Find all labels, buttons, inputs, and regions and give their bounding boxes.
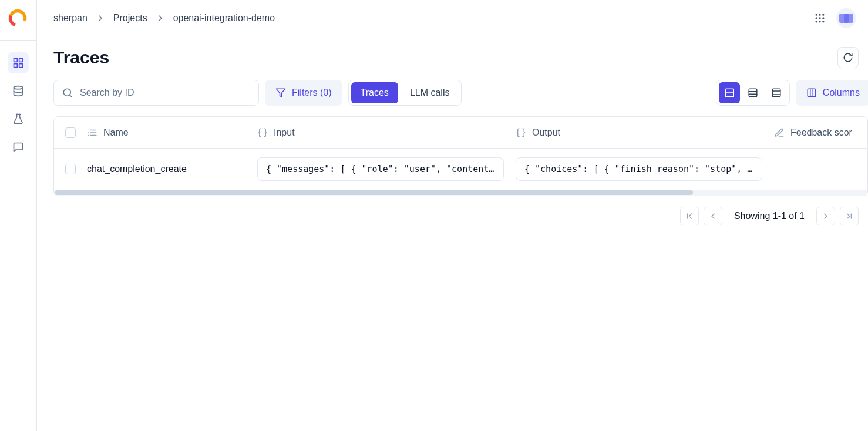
app-logo[interactable] bbox=[9, 9, 28, 28]
refresh-button[interactable] bbox=[837, 47, 859, 68]
list-icon bbox=[87, 127, 97, 138]
toolbar: Filters (0) Traces LLM calls bbox=[53, 80, 868, 106]
col-name: Name bbox=[103, 127, 129, 138]
columns-icon bbox=[806, 87, 817, 98]
flask-icon bbox=[12, 113, 24, 125]
search-box[interactable] bbox=[53, 80, 259, 106]
pagination: Showing 1-1 of 1 bbox=[53, 207, 868, 225]
pencil-icon bbox=[774, 127, 785, 138]
apps-menu-button[interactable] bbox=[813, 11, 827, 25]
chevron-right-icon bbox=[156, 14, 165, 23]
density-group bbox=[716, 80, 790, 106]
chevron-right-icon bbox=[96, 14, 105, 23]
row-input-value[interactable]: { "messages": [ { "role": "user", "conte… bbox=[257, 157, 504, 181]
svg-rect-0 bbox=[14, 59, 18, 62]
chevron-last-icon bbox=[845, 211, 854, 221]
message-icon bbox=[12, 142, 24, 153]
rail-separator bbox=[0, 40, 36, 41]
row-name: chat_completion_create bbox=[87, 164, 187, 174]
svg-point-7 bbox=[819, 14, 820, 15]
chevron-right-icon bbox=[821, 211, 830, 221]
rows-medium-icon bbox=[748, 87, 758, 98]
braces-icon bbox=[257, 127, 268, 138]
page-title: Traces bbox=[53, 48, 109, 68]
select-all-checkbox[interactable] bbox=[65, 127, 76, 138]
page-first-button[interactable] bbox=[680, 207, 699, 225]
density-large[interactable] bbox=[719, 82, 740, 103]
svg-rect-2 bbox=[14, 64, 18, 68]
columns-label: Columns bbox=[823, 87, 860, 98]
svg-rect-26 bbox=[808, 89, 816, 97]
view-segment: Traces LLM calls bbox=[348, 80, 462, 106]
nav-feedback[interactable] bbox=[8, 137, 29, 158]
nav-datasets[interactable] bbox=[8, 80, 29, 102]
rows-small-icon bbox=[771, 87, 782, 98]
segment-traces[interactable]: Traces bbox=[351, 82, 398, 103]
row-output-value[interactable]: { "choices": [ { "finish_reason": "stop"… bbox=[516, 157, 762, 181]
side-rail bbox=[0, 0, 37, 431]
chevron-left-icon bbox=[708, 211, 718, 221]
svg-rect-3 bbox=[19, 64, 23, 68]
svg-point-4 bbox=[14, 86, 23, 89]
breadcrumb-org[interactable]: sherpan bbox=[53, 13, 88, 23]
breadcrumb: sherpan Projects openai-integration-demo bbox=[53, 13, 275, 23]
svg-point-12 bbox=[816, 21, 817, 22]
chevron-first-icon bbox=[685, 211, 694, 221]
top-header: sherpan Projects openai-integration-demo bbox=[37, 0, 868, 36]
svg-rect-20 bbox=[749, 89, 757, 97]
density-small[interactable] bbox=[766, 82, 787, 103]
rows-large-icon bbox=[724, 87, 735, 98]
database-icon bbox=[12, 85, 24, 97]
col-feedback: Feedback scor bbox=[790, 127, 852, 138]
table-header-row: Name Input Output Feedback scor bbox=[54, 117, 867, 149]
table-row[interactable]: chat_completion_create { "messages": [ {… bbox=[54, 149, 867, 190]
scroll-thumb[interactable] bbox=[55, 190, 693, 195]
svg-point-8 bbox=[822, 14, 824, 15]
row-checkbox[interactable] bbox=[65, 164, 76, 174]
breadcrumb-project[interactable]: openai-integration-demo bbox=[173, 13, 275, 23]
svg-point-9 bbox=[816, 17, 817, 19]
svg-rect-23 bbox=[772, 89, 780, 97]
svg-point-6 bbox=[816, 14, 817, 15]
filter-icon bbox=[275, 87, 286, 98]
nav-experiments[interactable] bbox=[8, 109, 29, 130]
horizontal-scrollbar[interactable] bbox=[54, 190, 867, 196]
svg-point-13 bbox=[819, 21, 820, 22]
search-icon bbox=[62, 87, 73, 98]
page-next-button[interactable] bbox=[816, 207, 835, 225]
braces-icon bbox=[516, 127, 526, 138]
svg-point-10 bbox=[819, 17, 820, 19]
svg-point-14 bbox=[822, 21, 824, 22]
refresh-icon bbox=[843, 52, 853, 63]
filters-button[interactable]: Filters (0) bbox=[265, 80, 342, 106]
col-output: Output bbox=[532, 127, 560, 138]
grid-icon bbox=[12, 57, 24, 69]
svg-marker-17 bbox=[277, 89, 285, 97]
breadcrumb-section[interactable]: Projects bbox=[113, 13, 147, 23]
search-input[interactable] bbox=[79, 87, 250, 99]
svg-rect-1 bbox=[19, 59, 23, 62]
nav-dashboard[interactable] bbox=[8, 52, 29, 73]
col-input: Input bbox=[274, 127, 295, 138]
page-prev-button[interactable] bbox=[704, 207, 722, 225]
density-medium[interactable] bbox=[742, 82, 763, 103]
pagination-status: Showing 1-1 of 1 bbox=[729, 211, 809, 221]
filters-label: Filters (0) bbox=[292, 87, 332, 98]
apps-grid-icon bbox=[814, 12, 826, 24]
columns-button[interactable]: Columns bbox=[796, 80, 868, 106]
page-last-button[interactable] bbox=[840, 207, 859, 225]
user-avatar[interactable] bbox=[836, 8, 856, 28]
segment-llm-calls[interactable]: LLM calls bbox=[401, 82, 459, 103]
svg-point-11 bbox=[822, 17, 824, 19]
traces-table: Name Input Output Feedback scor bbox=[53, 116, 868, 196]
svg-line-16 bbox=[69, 95, 71, 96]
